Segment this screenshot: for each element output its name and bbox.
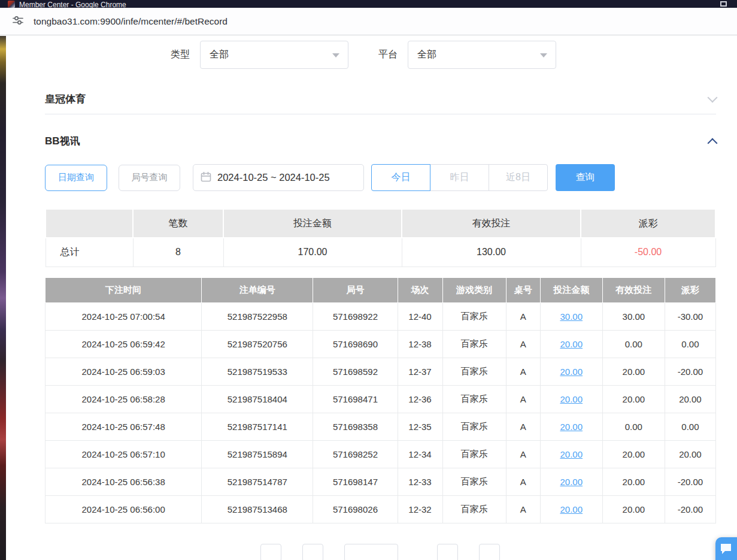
- bet-table-body: 2024-10-25 07:00:54521987522958571698922…: [46, 302, 716, 523]
- summary-total-label: 总计: [46, 238, 133, 267]
- cell-bet-amount[interactable]: 20.00: [540, 358, 602, 385]
- section-bb-video[interactable]: BB视讯: [45, 126, 716, 156]
- cell-table: A: [506, 413, 540, 440]
- cell-bet-amount[interactable]: 20.00: [540, 385, 602, 413]
- cell-bet-amount[interactable]: 20.00: [540, 330, 602, 358]
- filter-row: 类型 全部 平台 全部: [171, 41, 716, 69]
- cell-table: A: [506, 495, 540, 523]
- cell-game: 百家乐: [442, 385, 506, 413]
- cell-table: A: [506, 385, 540, 413]
- pagination-jump-button[interactable]: [479, 544, 500, 560]
- yesterday-button[interactable]: 昨日: [430, 164, 489, 191]
- cell-bet-id: 521987519533: [202, 358, 313, 385]
- bet-table-column-header: 桌号: [506, 277, 540, 302]
- cell-bet-amount[interactable]: 20.00: [540, 468, 602, 495]
- bet-table-column-header: 投注金额: [540, 277, 602, 302]
- cell-round-id: 571698026: [313, 495, 398, 523]
- section-crown-sports[interactable]: 皇冠体育: [45, 84, 716, 114]
- url-text[interactable]: tongbao31.com:9900/infe/mcenter/#/betRec…: [34, 16, 228, 27]
- pagination-prev-button[interactable]: [260, 544, 281, 560]
- type-select[interactable]: 全部: [200, 41, 348, 69]
- app-icon: [8, 1, 15, 8]
- chevron-down-icon: [332, 53, 339, 57]
- bet-table-column-header: 派彩: [665, 277, 715, 302]
- summary-header-bet-amount: 投注金额: [223, 209, 402, 238]
- cell-time: 2024-10-25 06:56:38: [46, 468, 202, 495]
- cell-bet-id: 521987514787: [202, 468, 313, 495]
- cell-payout: -20.00: [665, 495, 715, 523]
- pagination-page-button[interactable]: [302, 544, 323, 560]
- cell-bet-id: 521987520756: [202, 330, 313, 358]
- summary-header-empty: [46, 209, 133, 238]
- cell-table: A: [506, 330, 540, 358]
- summary-header-valid-bet: 有效投注: [402, 209, 581, 238]
- maximize-icon[interactable]: [720, 1, 727, 7]
- today-button[interactable]: 今日: [371, 164, 430, 191]
- summary-payout-value: -50.00: [581, 238, 715, 267]
- platform-select[interactable]: 全部: [408, 41, 556, 69]
- cell-game: 百家乐: [442, 302, 506, 330]
- window-title: Member Center - Google Chrome: [19, 1, 126, 8]
- cell-time: 2024-10-25 06:57:10: [46, 440, 202, 468]
- search-button[interactable]: 查询: [556, 164, 615, 191]
- summary-valid-bet-value: 130.00: [402, 238, 581, 267]
- cell-game: 百家乐: [442, 440, 506, 468]
- last-8-days-button[interactable]: 近8日: [489, 164, 548, 191]
- cell-table: A: [506, 468, 540, 495]
- cell-bet-amount[interactable]: 20.00: [540, 495, 602, 523]
- cell-bet-amount[interactable]: 20.00: [540, 413, 602, 440]
- cell-round-id: 571698358: [313, 413, 398, 440]
- date-range-input[interactable]: 2024-10-25 ~ 2024-10-25: [193, 164, 364, 191]
- cell-valid-bet: 0.00: [602, 330, 665, 358]
- customer-service-widget[interactable]: [715, 537, 737, 560]
- summary-count-value: 8: [133, 238, 223, 267]
- cell-session: 12-38: [398, 330, 442, 358]
- cell-valid-bet: 20.00: [602, 468, 665, 495]
- cell-session: 12-40: [398, 302, 442, 330]
- cell-session: 12-32: [398, 495, 442, 523]
- summary-header-count: 笔数: [133, 209, 223, 238]
- summary-table: 笔数 投注金额 有效投注 派彩 总计 8 170.00 130.00 -50.0…: [45, 208, 716, 267]
- bet-table-column-header: 注单编号: [202, 277, 313, 302]
- chevron-up-icon[interactable]: [708, 138, 718, 148]
- cell-game: 百家乐: [442, 330, 506, 358]
- cell-game: 百家乐: [442, 468, 506, 495]
- cell-time: 2024-10-25 07:00:54: [46, 302, 202, 330]
- cell-time: 2024-10-25 06:57:48: [46, 413, 202, 440]
- round-query-button[interactable]: 局号查询: [119, 165, 180, 191]
- type-select-value: 全部: [210, 49, 229, 61]
- table-row: 2024-10-25 06:56:00521987513468571698026…: [46, 495, 716, 523]
- cell-payout: 0.00: [665, 413, 715, 440]
- cell-time: 2024-10-25 06:59:42: [46, 330, 202, 358]
- cell-bet-amount[interactable]: 30.00: [540, 302, 602, 330]
- cell-valid-bet: 20.00: [602, 358, 665, 385]
- cell-round-id: 571698147: [313, 468, 398, 495]
- summary-total-row: 总计 8 170.00 130.00 -50.00: [46, 238, 715, 267]
- pagination-next-button[interactable]: [437, 544, 458, 560]
- section-title: BB视讯: [45, 134, 80, 148]
- cell-session: 12-33: [398, 468, 442, 495]
- cell-session: 12-35: [398, 413, 442, 440]
- table-row: 2024-10-25 06:58:28521987518404571698471…: [46, 385, 716, 413]
- chevron-down-icon[interactable]: [708, 92, 718, 102]
- site-settings-icon[interactable]: [13, 16, 23, 28]
- table-row: 2024-10-25 06:57:48521987517141571698358…: [46, 413, 716, 440]
- cell-bet-id: 521987522958: [202, 302, 313, 330]
- query-toolbar: 日期查询 局号查询 2024-10-25 ~ 2024-10-25 今日 昨日 …: [45, 164, 716, 192]
- cell-bet-id: 521987513468: [202, 495, 313, 523]
- cell-game: 百家乐: [442, 358, 506, 385]
- table-row: 2024-10-25 07:00:54521987522958571698922…: [46, 302, 716, 330]
- cell-valid-bet: 20.00: [602, 495, 665, 523]
- cell-payout: -20.00: [665, 358, 715, 385]
- cell-payout: -20.00: [665, 468, 715, 495]
- cell-bet-amount[interactable]: 20.00: [540, 440, 602, 468]
- summary-bet-amount-value: 170.00: [223, 238, 402, 267]
- url-bar[interactable]: tongbao31.com:9900/infe/mcenter/#/betRec…: [0, 8, 737, 35]
- summary-header-row: 笔数 投注金额 有效投注 派彩: [46, 209, 715, 238]
- pagination-size-select[interactable]: [344, 544, 398, 560]
- cell-round-id: 571698690: [313, 330, 398, 358]
- cell-payout: 20.00: [665, 440, 715, 468]
- date-query-button[interactable]: 日期查询: [45, 165, 107, 191]
- cell-payout: 0.00: [665, 330, 715, 358]
- table-row: 2024-10-25 06:59:42521987520756571698690…: [46, 330, 716, 358]
